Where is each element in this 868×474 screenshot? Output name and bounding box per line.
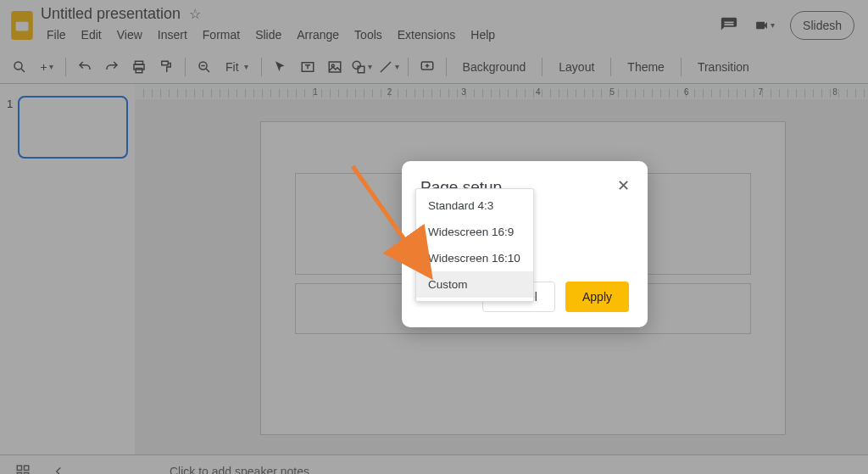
close-icon[interactable]: ✕ <box>612 175 634 197</box>
option-widescreen-16-9[interactable]: Widescreen 16:9 <box>416 219 533 245</box>
apply-button[interactable]: Apply <box>565 282 629 312</box>
page-size-dropdown: Standard 4:3 Widescreen 16:9 Widescreen … <box>415 188 534 302</box>
option-custom[interactable]: Custom <box>416 271 533 298</box>
option-standard[interactable]: Standard 4:3 <box>416 192 533 219</box>
option-widescreen-16-10[interactable]: Widescreen 16:10 <box>416 245 533 271</box>
